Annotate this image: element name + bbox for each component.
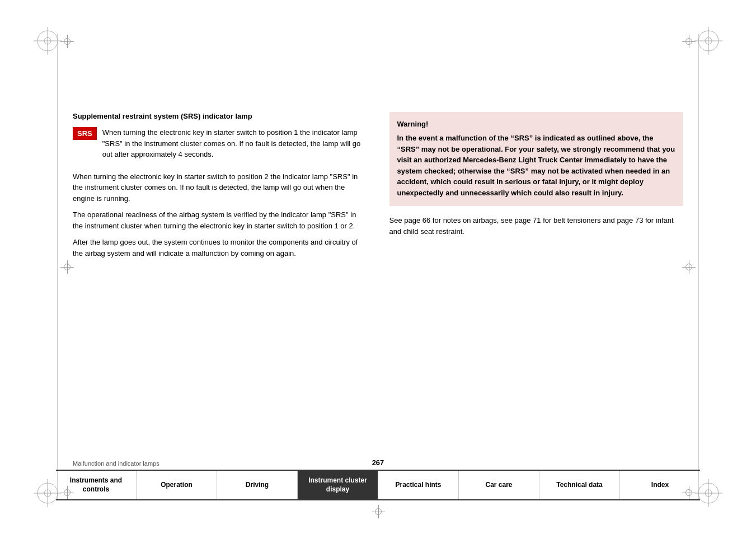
right-edge-line bbox=[698, 34, 699, 500]
section-title: Supplemental restraint system (SRS) indi… bbox=[73, 112, 367, 120]
warning-box: Warning! In the event a malfunction of t… bbox=[389, 112, 684, 206]
corner-decoration-tl bbox=[34, 27, 62, 55]
nav-tab-technical-data[interactable]: Technical data bbox=[539, 471, 620, 499]
nav-tab-instrument-cluster-display[interactable]: Instrument cluster display bbox=[298, 471, 378, 499]
crosshair-mid-right bbox=[682, 260, 696, 274]
left-column: Supplemental restraint system (SRS) indi… bbox=[73, 112, 367, 461]
nav-tab-practical-hints[interactable]: Practical hints bbox=[378, 471, 459, 499]
paragraph-4: After the lamp goes out, the system cont… bbox=[73, 237, 367, 259]
left-edge-line bbox=[57, 34, 58, 500]
srs-badge: SRS bbox=[73, 127, 97, 140]
nav-tab-instruments-and-controls[interactable]: Instruments and controls bbox=[56, 471, 137, 499]
paragraph-2: When turning the electronic key in start… bbox=[73, 171, 367, 204]
page-footer: 267 bbox=[0, 458, 756, 467]
right-column: Warning! In the event a malfunction of t… bbox=[389, 112, 684, 461]
crosshair-top-left-inner bbox=[60, 35, 74, 48]
warning-title: Warning! bbox=[397, 120, 676, 128]
paragraph-1: When turning the electronic key in start… bbox=[102, 127, 367, 160]
crosshair-top-right-inner bbox=[682, 35, 696, 48]
see-also-text: See page 66 for notes on airbags, see pa… bbox=[389, 215, 684, 237]
paragraph-3: The operational readiness of the airbag … bbox=[73, 209, 367, 231]
main-content: Supplemental restraint system (SRS) indi… bbox=[73, 112, 683, 461]
nav-tab-car-care[interactable]: Car care bbox=[459, 471, 539, 499]
nav-tab-index[interactable]: Index bbox=[620, 471, 700, 499]
page-number: 267 bbox=[372, 458, 384, 467]
srs-intro-block: SRS When turning the electronic key in s… bbox=[73, 127, 367, 166]
nav-tab-operation[interactable]: Operation bbox=[137, 471, 217, 499]
warning-text: In the event a malfunction of the “SRS” … bbox=[397, 133, 676, 198]
nav-tab-driving[interactable]: Driving bbox=[217, 471, 298, 499]
crosshair-bottom-center bbox=[372, 505, 385, 518]
bottom-nav: Instruments and controlsOperationDriving… bbox=[56, 470, 700, 500]
crosshair-mid-left bbox=[60, 260, 74, 274]
corner-decoration-tr bbox=[694, 27, 722, 55]
